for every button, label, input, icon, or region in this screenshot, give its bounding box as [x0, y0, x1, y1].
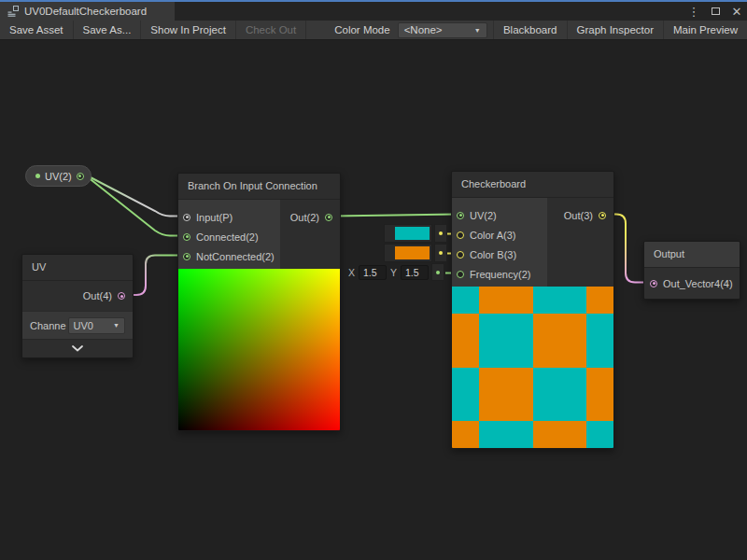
connected-label: Connected(2)	[196, 231, 259, 243]
checkerboard-node[interactable]: Checkerboard UV(2) Color A(3) Color B(3)	[451, 171, 614, 449]
color-b-label: Color B(3)	[470, 249, 516, 260]
input-p-port[interactable]	[183, 214, 190, 221]
chevron-down-icon: ▼	[113, 322, 120, 329]
checker-input-row: Color A(3)	[452, 225, 547, 245]
shader-graph-toolbar: Save Asset Save As... Show In Project Ch…	[0, 21, 747, 40]
uv-node[interactable]: UV Out(4) Channe UV0 ▼	[21, 254, 134, 358]
shader-graph-file-icon	[7, 6, 19, 17]
branch-input-row: NotConnected(2)	[178, 246, 280, 266]
checker-cell	[452, 421, 479, 448]
shader-graph-window: UV0DefaultCheckerboard ⋮ ✕ Save Asset Sa…	[0, 0, 747, 560]
checker-out-label: Out(3)	[564, 210, 593, 221]
close-icon[interactable]: ✕	[730, 5, 743, 18]
color-a-swatch[interactable]	[395, 227, 430, 240]
uv-out-port[interactable]	[118, 292, 125, 300]
uv-node-title: UV	[22, 255, 133, 281]
checker-cell	[452, 368, 479, 422]
branch-node-body: Input(P) Connected(2) NotConnected(2) Ou…	[178, 200, 340, 269]
window-controls: ⋮ ✕	[687, 2, 743, 21]
channel-value: UV0	[74, 320, 93, 331]
notconnected-port[interactable]	[183, 253, 190, 260]
checkerboard-node-title: Checkerboard	[452, 172, 613, 198]
input-p-label: Input(P)	[196, 212, 233, 223]
color-a-default-widget	[384, 224, 447, 243]
connected-port[interactable]	[183, 233, 190, 241]
frequency-port[interactable]	[457, 271, 464, 278]
color-b-default-widget	[384, 244, 447, 262]
checker-cell	[533, 368, 587, 422]
color-a-label: Color A(3)	[470, 230, 516, 241]
color-a-field[interactable]	[384, 224, 432, 243]
stub-dot	[439, 251, 443, 255]
tab-uv0defaultcheckerboard[interactable]: UV0DefaultCheckerboard	[0, 2, 175, 21]
checkerboard-preview	[452, 287, 613, 448]
checker-cell	[586, 314, 613, 368]
main-preview-toggle-button[interactable]: Main Preview	[663, 21, 747, 39]
frequency-y-input[interactable]	[401, 265, 429, 280]
save-asset-button[interactable]: Save Asset	[0, 21, 74, 39]
checkerboard-node-body: UV(2) Color A(3) Color B(3) Frequency(2)	[452, 198, 613, 287]
branch-out-port[interactable]	[325, 214, 332, 221]
color-b-swatch[interactable]	[395, 246, 430, 259]
toolbar-right-group: Blackboard Graph Inspector Main Preview	[493, 21, 747, 39]
out-vector4-port[interactable]	[650, 280, 657, 287]
color-b-port[interactable]	[457, 251, 464, 259]
color-b-port-stub	[434, 244, 447, 262]
property-type-dot	[35, 174, 40, 178]
chevron-down-icon: ▼	[474, 27, 481, 34]
branch-on-input-connection-node[interactable]: Branch On Input Connection Input(P) Conn…	[177, 173, 341, 431]
blackboard-toggle-button[interactable]: Blackboard	[493, 21, 567, 39]
uv-property-label: UV(2)	[45, 171, 72, 182]
channel-label: Channe	[30, 320, 66, 331]
uv-collapse-control[interactable]	[22, 339, 133, 357]
tab-strip: UV0DefaultCheckerboard ⋮ ✕	[0, 2, 747, 21]
branch-out-label: Out(2)	[290, 212, 319, 223]
uv-pill-output-port[interactable]	[77, 173, 84, 180]
checker-uv-port[interactable]	[457, 212, 464, 219]
stub-dot	[436, 271, 440, 274]
tab-title: UV0DefaultCheckerboard	[24, 6, 147, 17]
uv-output-row: Out(4)	[22, 281, 133, 311]
more-menu-icon[interactable]: ⋮	[687, 5, 700, 18]
checker-cell	[452, 314, 479, 368]
graph-inspector-toggle-button[interactable]: Graph Inspector	[567, 21, 663, 39]
frequency-label: Frequency(2)	[470, 269, 530, 280]
uv-channel-row: Channe UV0 ▼	[22, 311, 133, 339]
checker-cell	[586, 421, 613, 448]
branch-node-title: Branch On Input Connection	[178, 174, 340, 200]
uv-out-label: Out(4)	[83, 290, 112, 301]
checker-output-row: Out(3)	[547, 205, 613, 225]
color-mode-value: <None>	[404, 24, 443, 35]
save-as-button[interactable]: Save As...	[74, 21, 142, 39]
frequency-x-input[interactable]	[359, 265, 387, 280]
collapse-chevron-icon	[71, 345, 84, 352]
branch-input-row: Input(P)	[178, 207, 280, 227]
output-input-row: Out_Vector4(4)	[644, 268, 740, 299]
uv-property-pill[interactable]: UV(2)	[25, 165, 92, 187]
branch-node-uv-preview	[178, 269, 340, 430]
show-in-project-button[interactable]: Show In Project	[141, 21, 236, 39]
check-out-button: Check Out	[236, 21, 306, 39]
checker-input-row: Color B(3)	[452, 245, 547, 264]
color-a-port[interactable]	[457, 231, 464, 239]
x-axis-label: X	[347, 267, 356, 278]
notconnected-label: NotConnected(2)	[196, 251, 275, 262]
checker-cell	[533, 287, 587, 314]
y-axis-label: Y	[389, 267, 398, 278]
color-mode-label: Color Mode	[306, 24, 397, 35]
frequency-port-stub	[431, 263, 444, 281]
color-mode-dropdown[interactable]: <None> ▼	[398, 22, 487, 38]
checker-cell	[479, 314, 533, 368]
out-vector4-label: Out_Vector4(4)	[663, 278, 733, 289]
checker-input-row: UV(2)	[452, 205, 547, 225]
color-b-field[interactable]	[384, 244, 432, 262]
checker-cell	[586, 368, 613, 422]
output-node[interactable]: Output Out_Vector4(4)	[643, 241, 740, 300]
branch-output-row: Out(2)	[280, 207, 340, 227]
checker-cell	[533, 314, 587, 368]
maximize-icon[interactable]	[709, 5, 722, 18]
stub-dot	[439, 231, 443, 235]
checker-out-port[interactable]	[599, 212, 606, 219]
channel-dropdown[interactable]: UV0 ▼	[68, 317, 125, 334]
window-focus-accent-line	[0, 0, 747, 2]
